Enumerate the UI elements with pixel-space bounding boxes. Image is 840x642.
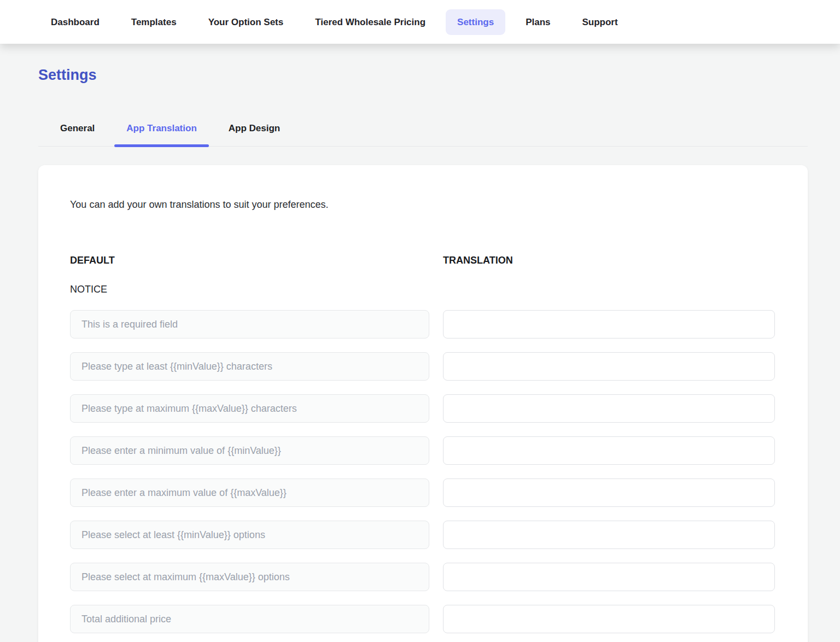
column-header-default: DEFAULT — [70, 254, 429, 266]
translation-panel: You can add your own translations to sui… — [38, 165, 808, 642]
default-text-input[interactable] — [70, 310, 429, 338]
translation-input[interactable] — [443, 436, 775, 465]
default-text-input[interactable] — [70, 563, 429, 591]
default-text-input[interactable] — [70, 352, 429, 381]
section-label-notice: NOTICE — [70, 283, 775, 295]
main-content: Settings GeneralApp TranslationApp Desig… — [0, 67, 840, 642]
column-headers: DEFAULT TRANSLATION — [70, 254, 775, 266]
nav-item-your-option-sets[interactable]: Your Option Sets — [208, 16, 284, 28]
translation-input[interactable] — [443, 394, 775, 423]
translation-input[interactable] — [443, 563, 775, 591]
default-text-input[interactable] — [70, 605, 429, 633]
tab-app-translation[interactable]: App Translation — [114, 122, 208, 146]
page-title: Settings — [38, 67, 808, 83]
default-text-input[interactable] — [70, 436, 429, 465]
nav-item-dashboard[interactable]: Dashboard — [51, 16, 100, 28]
translation-input[interactable] — [443, 521, 775, 549]
nav-item-templates[interactable]: Templates — [131, 16, 177, 28]
panel-description: You can add your own translations to sui… — [70, 197, 775, 212]
tab-bar: GeneralApp TranslationApp Design — [38, 122, 808, 147]
translation-input[interactable] — [443, 605, 775, 633]
nav-item-settings[interactable]: Settings — [446, 9, 505, 35]
default-text-input[interactable] — [70, 521, 429, 549]
translation-input[interactable] — [443, 352, 775, 381]
nav-item-plans[interactable]: Plans — [526, 16, 550, 28]
default-text-input[interactable] — [70, 478, 429, 507]
tab-app-design[interactable]: App Design — [217, 122, 292, 146]
nav-item-tiered-wholesale-pricing[interactable]: Tiered Wholesale Pricing — [315, 16, 425, 28]
tab-general[interactable]: General — [48, 122, 107, 146]
top-navigation: DashboardTemplatesYour Option SetsTiered… — [0, 0, 840, 44]
default-text-input[interactable] — [70, 394, 429, 423]
nav-item-support[interactable]: Support — [582, 16, 617, 28]
translation-rows — [70, 310, 775, 633]
translation-input[interactable] — [443, 478, 775, 507]
translation-input[interactable] — [443, 310, 775, 338]
column-header-translation: TRANSLATION — [443, 254, 775, 266]
